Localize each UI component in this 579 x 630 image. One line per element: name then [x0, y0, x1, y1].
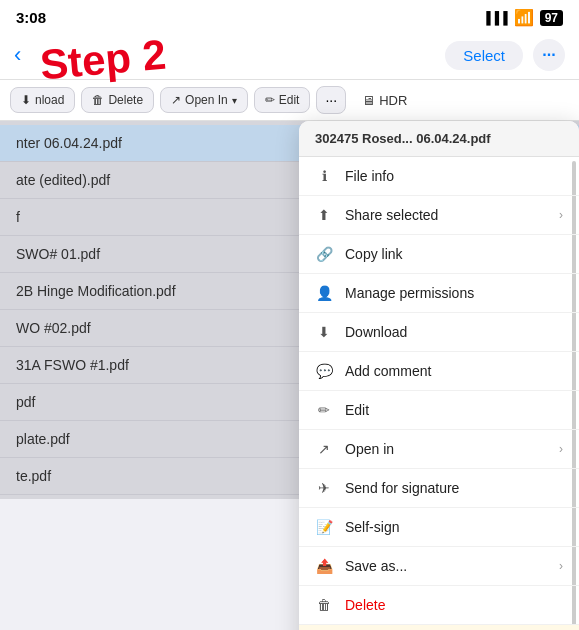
status-bar: 3:08 ▐▐▐ 📶 97	[0, 0, 579, 31]
menu-item-open-in[interactable]: ↗ Open in ›	[299, 430, 579, 469]
chevron-right-icon: ›	[559, 559, 563, 573]
signature-icon: ✈	[315, 480, 333, 496]
menu-item-manage-permissions[interactable]: 👤 Manage permissions	[299, 274, 579, 313]
menu-item-file-info[interactable]: ℹ File info	[299, 157, 579, 196]
open-in-toolbar-button[interactable]: ↗ Open In ▾	[160, 87, 248, 113]
menu-item-label: Manage permissions	[345, 285, 474, 301]
menu-item-delete[interactable]: 🗑 Delete	[299, 586, 579, 625]
hdr-indicator: 🖥 HDR	[352, 88, 417, 113]
menu-item-add-comment[interactable]: 💬 Add comment	[299, 352, 579, 391]
download-icon: ⬇	[21, 93, 31, 107]
menu-item-self-sign[interactable]: 📝 Self-sign	[299, 508, 579, 547]
menu-item-label: Add comment	[345, 363, 431, 379]
edit-toolbar-button[interactable]: ✏ Edit	[254, 87, 311, 113]
self-sign-icon: 📝	[315, 519, 333, 535]
trash-icon: 🗑	[315, 597, 333, 613]
wifi-icon: 📶	[514, 8, 534, 27]
menu-item-download[interactable]: ⬇ Download	[299, 313, 579, 352]
link-icon: 🔗	[315, 246, 333, 262]
menu-item-save-as[interactable]: 📤 Save as... ›	[299, 547, 579, 586]
share-icon: ⬆	[315, 207, 333, 223]
open-in-icon: ↗	[171, 93, 181, 107]
nav-bar: ‹ Select ···	[0, 31, 579, 80]
battery-indicator: 97	[540, 10, 563, 26]
menu-item-label: Delete	[345, 597, 385, 613]
info-icon: ℹ	[315, 168, 333, 184]
download-toolbar-button[interactable]: ⬇ nload	[10, 87, 75, 113]
status-time: 3:08	[16, 9, 46, 26]
menu-item-label: File info	[345, 168, 394, 184]
edit-icon: ✏	[265, 93, 275, 107]
more-options-button[interactable]: ···	[533, 39, 565, 71]
chevron-right-icon: ›	[559, 208, 563, 222]
toolbar-more-button[interactable]: ···	[316, 86, 346, 114]
menu-item-label: Send for signature	[345, 480, 459, 496]
chevron-right-icon: ›	[559, 442, 563, 456]
download-icon: ⬇	[315, 324, 333, 340]
permissions-icon: 👤	[315, 285, 333, 301]
delete-toolbar-button[interactable]: 🗑 Delete	[81, 87, 154, 113]
nav-right-actions: Select ···	[445, 39, 565, 71]
trash-icon: 🗑	[92, 93, 104, 107]
menu-item-copy-link[interactable]: 🔗 Copy link	[299, 235, 579, 274]
edit-icon: ✏	[315, 402, 333, 418]
status-icons: ▐▐▐ 📶 97	[482, 8, 563, 27]
context-menu: 302475 Rosed... 06.04.24.pdf ℹ File info…	[299, 121, 579, 630]
menu-item-edit[interactable]: ✏ Edit	[299, 391, 579, 430]
menu-item-label: Self-sign	[345, 519, 399, 535]
menu-item-label: Edit	[345, 402, 369, 418]
chevron-down-icon: ▾	[232, 95, 237, 106]
menu-item-label: Share selected	[345, 207, 438, 223]
comment-icon: 💬	[315, 363, 333, 379]
signal-icon: ▐▐▐	[482, 11, 508, 25]
menu-item-rename-wrapper: ✏ Rename	[299, 625, 579, 630]
toolbar: ⬇ nload 🗑 Delete ↗ Open In ▾ ✏ Edit ··· …	[0, 80, 579, 121]
save-as-icon: 📤	[315, 558, 333, 574]
content-area: nter 06.04.24.pdf ate (edited).pdf f SWO…	[0, 121, 579, 499]
back-button[interactable]: ‹	[14, 42, 21, 68]
menu-item-send-for-signature[interactable]: ✈ Send for signature	[299, 469, 579, 508]
menu-item-share-selected[interactable]: ⬆ Share selected ›	[299, 196, 579, 235]
context-menu-header: 302475 Rosed... 06.04.24.pdf	[299, 121, 579, 157]
menu-item-label: Open in	[345, 441, 394, 457]
open-in-icon: ↗	[315, 441, 333, 457]
menu-item-label: Copy link	[345, 246, 403, 262]
menu-item-label: Save as...	[345, 558, 407, 574]
monitor-icon: 🖥	[362, 93, 375, 108]
menu-item-rename[interactable]: ✏ Rename	[299, 625, 579, 630]
menu-item-label: Download	[345, 324, 407, 340]
select-button[interactable]: Select	[445, 41, 523, 70]
